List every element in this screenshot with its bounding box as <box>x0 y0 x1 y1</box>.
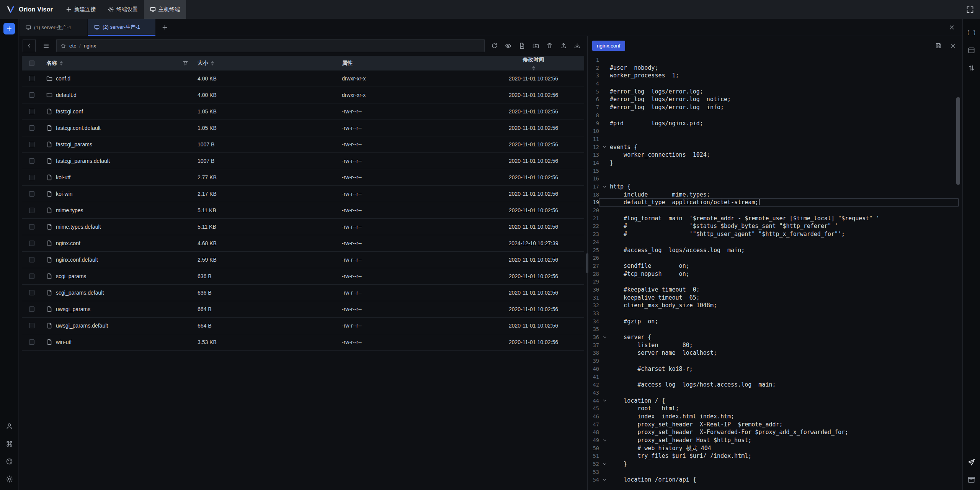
code-line[interactable]: 15 <box>588 167 962 175</box>
column-header-name[interactable]: 名称 <box>42 56 193 70</box>
row-checkbox[interactable] <box>29 274 34 279</box>
table-row[interactable]: conf.d4.00 KBdrwxr-xr-x2020-11-01 10:02:… <box>22 70 584 87</box>
line-number[interactable]: 27 <box>588 262 599 270</box>
table-row[interactable]: koi-win2.17 KB-rw-r--r--2020-11-01 10:02… <box>22 186 584 202</box>
column-header-size[interactable]: 大小 <box>193 56 337 70</box>
code-line[interactable]: 33 <box>588 310 962 318</box>
editor-scrollbar[interactable] <box>956 97 960 185</box>
line-number[interactable]: 50 <box>588 444 599 452</box>
line-number[interactable]: 39 <box>588 357 599 365</box>
menu-item-terminal-settings[interactable]: 终端设置 <box>102 0 144 19</box>
line-number[interactable]: 14 <box>588 159 599 167</box>
terminal-tab-2[interactable]: (2) server-生产-1 <box>88 19 155 36</box>
filter-icon[interactable] <box>183 61 188 66</box>
code-line[interactable]: 11 <box>588 135 962 143</box>
code-line[interactable]: 25 #access_log logs/access.log main; <box>588 246 962 254</box>
line-number[interactable]: 25 <box>588 246 599 254</box>
row-checkbox[interactable] <box>29 339 34 345</box>
code-line[interactable]: 26 <box>588 254 962 262</box>
code-line[interactable]: 37 listen 80; <box>588 341 962 349</box>
code-line[interactable]: 10 <box>588 127 962 135</box>
line-number[interactable]: 15 <box>588 167 599 175</box>
theme-button[interactable] <box>3 455 16 468</box>
table-row[interactable]: fastcgi.conf.default1.05 KB-rw-r--r--202… <box>22 120 584 136</box>
table-row[interactable]: koi-utf2.77 KB-rw-r--r--2020-11-01 10:02… <box>22 169 584 186</box>
panel-close-button[interactable] <box>941 19 962 36</box>
code-line[interactable]: 49 proxy_set_header Host $http_host; <box>588 436 962 444</box>
fold-chevron-icon[interactable] <box>599 143 610 151</box>
line-number[interactable]: 7 <box>588 103 599 111</box>
table-row[interactable]: default.d4.00 KBdrwxr-xr-x2020-11-01 10:… <box>22 87 584 103</box>
row-checkbox[interactable] <box>29 158 34 164</box>
code-line[interactable]: 5#error_log logs/error.log; <box>588 88 962 96</box>
table-row[interactable]: mime.types.default5.11 KB-rw-r--r--2020-… <box>22 219 584 235</box>
code-line[interactable]: 12events { <box>588 143 962 151</box>
line-number[interactable]: 54 <box>588 476 599 484</box>
code-line[interactable]: 3worker_processes 1; <box>588 72 962 80</box>
breadcrumb[interactable]: etc/nginx <box>56 39 485 52</box>
line-number[interactable]: 46 <box>588 413 599 421</box>
code-line[interactable]: 44 location / { <box>588 397 962 405</box>
code-line[interactable]: 17http { <box>588 183 962 191</box>
code-line[interactable]: 32 client_max_body_size 1048m; <box>588 302 962 310</box>
row-checkbox[interactable] <box>29 257 34 262</box>
code-line[interactable]: 43 <box>588 389 962 397</box>
table-row[interactable]: fastcgi_params1007 B-rw-r--r--2020-11-01… <box>22 136 584 153</box>
table-row[interactable]: fastcgi.conf1.05 KB-rw-r--r--2020-11-01 … <box>22 103 584 120</box>
row-checkbox[interactable] <box>29 191 34 197</box>
code-line[interactable]: 45 root html; <box>588 405 962 413</box>
line-number[interactable]: 12 <box>588 143 599 151</box>
line-number[interactable]: 4 <box>588 80 599 88</box>
code-line[interactable]: 14} <box>588 159 962 167</box>
row-checkbox[interactable] <box>29 208 34 213</box>
table-row[interactable]: nginx.conf.default2.59 KB-rw-r--r--2020-… <box>22 252 584 268</box>
row-checkbox[interactable] <box>29 290 34 295</box>
code-line[interactable]: 47 proxy_set_header X-Real-IP $remote_ad… <box>588 421 962 429</box>
code-line[interactable]: 28 #tcp_nopush on; <box>588 270 962 278</box>
refresh-button[interactable] <box>488 40 500 51</box>
line-number[interactable]: 29 <box>588 278 599 286</box>
row-checkbox[interactable] <box>29 142 34 147</box>
line-number[interactable]: 21 <box>588 215 599 223</box>
select-all-checkbox[interactable] <box>29 61 34 66</box>
code-line[interactable]: 2#user nobody; <box>588 64 962 72</box>
open-file-badge[interactable]: nginx.conf <box>592 41 625 51</box>
trash-button[interactable] <box>544 40 555 51</box>
line-number[interactable]: 42 <box>588 381 599 389</box>
line-number[interactable]: 22 <box>588 222 599 230</box>
line-number[interactable]: 13 <box>588 151 599 159</box>
table-row[interactable]: mime.types5.11 KB-rw-r--r--2020-11-01 10… <box>22 202 584 219</box>
line-number[interactable]: 36 <box>588 333 599 341</box>
code-line[interactable]: 16 <box>588 175 962 183</box>
sort-modified[interactable] <box>532 66 535 70</box>
row-checkbox[interactable] <box>29 175 34 180</box>
line-number[interactable]: 37 <box>588 341 599 349</box>
line-number[interactable]: 24 <box>588 238 599 246</box>
fold-chevron-icon[interactable] <box>599 397 610 405</box>
line-number[interactable]: 31 <box>588 294 599 302</box>
code-line[interactable]: 51 try_files $uri $uri/ /index.html; <box>588 452 962 460</box>
code-line[interactable]: 19 default_type application/octet-stream… <box>588 198 962 206</box>
column-header-modified[interactable]: 修改时间 <box>483 56 584 70</box>
panel-resize-handle[interactable] <box>586 253 588 273</box>
package-button[interactable] <box>965 473 978 486</box>
code-line[interactable]: 18 include mime.types; <box>588 191 962 199</box>
code-line[interactable]: 53 <box>588 468 962 476</box>
row-checkbox[interactable] <box>29 76 34 81</box>
line-number[interactable]: 38 <box>588 349 599 357</box>
table-row[interactable]: scgi_params636 B-rw-r--r--2020-11-01 10:… <box>22 268 584 285</box>
line-number[interactable]: 3 <box>588 72 599 80</box>
table-row[interactable]: uwsgi_params.default664 B-rw-r--r--2020-… <box>22 318 584 334</box>
row-checkbox[interactable] <box>29 323 34 328</box>
code-line[interactable]: 31 keepalive_timeout 65; <box>588 294 962 302</box>
line-number[interactable]: 52 <box>588 460 599 468</box>
sort-name[interactable] <box>60 61 63 66</box>
download-button[interactable] <box>571 40 583 51</box>
window-button[interactable] <box>965 44 978 57</box>
line-number[interactable]: 9 <box>588 120 599 128</box>
line-number[interactable]: 8 <box>588 111 599 120</box>
code-line[interactable]: 52 } <box>588 460 962 468</box>
code-line[interactable]: 24 <box>588 238 962 246</box>
line-number[interactable]: 33 <box>588 310 599 318</box>
code-line[interactable]: 6#error_log logs/error.log notice; <box>588 95 962 103</box>
